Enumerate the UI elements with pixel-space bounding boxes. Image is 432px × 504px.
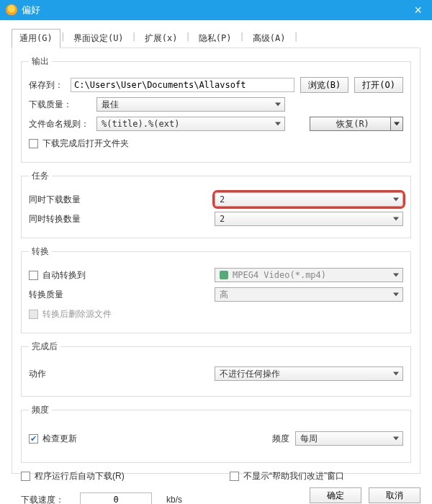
hide-improve-label: 不显示“帮助我们改进”窗口	[243, 470, 344, 482]
tab-extensions[interactable]: 扩展(x)	[137, 29, 186, 48]
simultaneous-convert-value: 2	[220, 214, 225, 224]
tab-privacy[interactable]: 隐私(P)	[191, 29, 240, 48]
auto-convert-checkbox[interactable]: 自动转换到	[29, 269, 209, 282]
after-action-select[interactable]: 不进行任何操作	[215, 366, 403, 381]
simultaneous-download-label: 同时下载数量	[29, 194, 209, 206]
group-after: 完成后 动作 不进行任何操作	[21, 341, 411, 397]
window-title: 偏好	[22, 4, 410, 17]
checkbox-box	[29, 310, 38, 319]
group-frequency-legend: 频度	[29, 404, 52, 416]
group-convert: 转换 自动转换到 MPEG4 Video(*.mp4) 转换质量 高 转换后删除…	[21, 246, 411, 333]
convert-quality-value: 高	[220, 289, 228, 301]
open-button[interactable]: 打开(O)	[354, 77, 403, 93]
download-quality-value: 最佳	[102, 99, 119, 111]
frequency-value: 每周	[300, 433, 318, 445]
after-action-label: 动作	[29, 368, 209, 380]
open-folder-label: 下载完成后打开文件夹	[42, 138, 129, 150]
tab-separator: |	[60, 29, 66, 48]
close-button[interactable]: ×	[410, 4, 426, 17]
titlebar: 偏好 ×	[0, 0, 432, 20]
group-after-legend: 完成后	[29, 341, 60, 353]
tab-separator: |	[186, 29, 191, 48]
tab-ui[interactable]: 界面设定(U)	[66, 29, 132, 48]
convert-quality-select[interactable]: 高	[215, 287, 403, 302]
frequency-label: 频度	[272, 433, 289, 445]
auto-download-label: 程序运行后自动下载(R)	[35, 470, 125, 482]
delete-source-checkbox: 转换后删除源文件	[29, 308, 112, 320]
delete-source-label: 转换后删除源文件	[42, 308, 112, 320]
group-output-legend: 输出	[29, 55, 52, 68]
group-tasks: 任务 同时下载数量 2 同时转换数量 2	[21, 170, 411, 238]
group-tasks-legend: 任务	[29, 170, 52, 182]
chevron-down-icon	[394, 122, 400, 126]
restore-label: 恢复(R)	[336, 118, 369, 130]
download-speed-input[interactable]	[80, 492, 152, 504]
download-quality-label: 下载质量：	[29, 99, 91, 111]
tab-panel-general: 输出 保存到： 浏览(B) 打开(O) 下载质量： 最佳 文件命名规则： %(t…	[12, 48, 420, 474]
app-icon	[6, 4, 17, 16]
video-format-icon	[220, 271, 228, 279]
open-folder-checkbox[interactable]: 下载完成后打开文件夹	[29, 138, 129, 150]
hide-improve-checkbox[interactable]: 不显示“帮助我们改进”窗口	[230, 470, 344, 482]
after-action-value: 不进行任何操作	[220, 368, 280, 380]
checkbox-box	[29, 271, 38, 280]
save-to-label: 保存到：	[29, 79, 65, 91]
naming-rule-label: 文件命名规则：	[29, 118, 91, 130]
auto-convert-label: 自动转换到	[42, 269, 86, 282]
tab-advanced[interactable]: 高级(A)	[245, 29, 294, 48]
checkbox-box: ✔	[29, 434, 38, 444]
tab-general[interactable]: 通用(G)	[12, 29, 60, 48]
convert-quality-label: 转换质量	[29, 289, 209, 301]
naming-rule-value: %(title).%(ext)	[102, 119, 179, 129]
simultaneous-download-select[interactable]: 2	[215, 192, 403, 207]
naming-rule-select[interactable]: %(title).%(ext)	[96, 117, 285, 131]
simultaneous-convert-label: 同时转换数量	[29, 213, 209, 225]
checkbox-box	[29, 139, 38, 148]
download-speed-unit: kb/s	[166, 495, 182, 504]
tab-separator: |	[293, 29, 298, 48]
group-frequency: 频度 ✔ 检查更新 频度 每周	[21, 404, 411, 463]
save-to-input[interactable]	[71, 78, 294, 92]
simultaneous-convert-select[interactable]: 2	[215, 212, 403, 226]
group-output: 输出 保存到： 浏览(B) 打开(O) 下载质量： 最佳 文件命名规则： %(t…	[21, 55, 411, 163]
tab-strip: 通用(G) | 界面设定(U) | 扩展(x) | 隐私(P) | 高级(A) …	[0, 20, 432, 48]
download-speed-label: 下载速度：	[21, 494, 66, 505]
checkbox-box	[21, 472, 30, 481]
simultaneous-download-value: 2	[220, 194, 225, 204]
tab-separator: |	[239, 29, 244, 48]
checkbox-box	[230, 472, 239, 481]
restore-dropdown[interactable]: 恢复(R)	[310, 117, 403, 131]
download-quality-select[interactable]: 最佳	[96, 97, 285, 112]
check-update-checkbox[interactable]: ✔ 检查更新	[29, 433, 266, 445]
browse-button[interactable]: 浏览(B)	[300, 77, 349, 93]
convert-format-select[interactable]: MPEG4 Video(*.mp4)	[215, 268, 403, 282]
check-update-label: 检查更新	[42, 433, 77, 445]
frequency-select[interactable]: 每周	[295, 431, 403, 446]
group-convert-legend: 转换	[29, 246, 52, 258]
auto-download-checkbox[interactable]: 程序运行后自动下载(R)	[21, 470, 215, 482]
tab-separator: |	[132, 29, 137, 48]
convert-format-value: MPEG4 Video(*.mp4)	[233, 270, 326, 280]
